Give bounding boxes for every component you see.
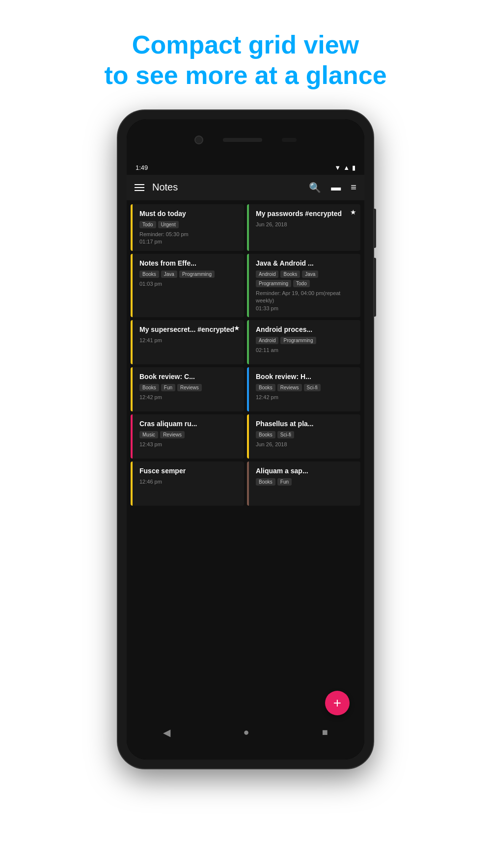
note-tags: AndroidBooksJavaProgrammingTodo [256, 271, 355, 287]
hero-section: Compact grid view to see more at a glanc… [65, 0, 426, 110]
search-icon[interactable]: 🔍 [309, 182, 321, 193]
note-card-5[interactable]: ★My supersecret... #encrypted12:41 pm [131, 320, 244, 364]
note-card-12[interactable]: Aliquam a sap...BooksFun [247, 461, 360, 506]
note-card-10[interactable]: Phasellus at pla...BooksSci-fiJun 26, 20… [247, 414, 360, 459]
app-title: Notes [152, 182, 309, 193]
note-time: 12:46 pm [139, 478, 239, 486]
note-title: Android proces... [256, 325, 355, 334]
phone-screen: 1:49 ▼ ▲ ▮ Notes 🔍 ▬ ≡ [127, 119, 364, 760]
phone-content: Must do todayTodoUrgentReminder: 05:30 p… [127, 200, 364, 760]
note-title: Notes from Effe... [139, 259, 239, 268]
note-card-9[interactable]: Cras aliquam ru...MusicReviews12:43 pm [131, 414, 244, 459]
note-title: Aliquam a sap... [256, 466, 355, 475]
app-bar: Notes 🔍 ▬ ≡ [127, 175, 364, 200]
bottom-nav: ◀ ● ■ [127, 720, 364, 745]
notes-grid: Must do todayTodoUrgentReminder: 05:30 p… [131, 204, 360, 506]
tag: Programming [256, 280, 291, 287]
note-card-3[interactable]: Notes from Effe...BooksJavaProgramming01… [131, 254, 244, 317]
tag: Programming [280, 337, 316, 344]
star-icon: ★ [350, 208, 356, 216]
note-time: Jun 26, 2018 [256, 441, 355, 448]
note-time: Jun 26, 2018 [256, 221, 355, 228]
note-time: 12:41 pm [139, 337, 239, 344]
note-time: 12:43 pm [139, 441, 239, 448]
note-card-1[interactable]: Must do todayTodoUrgentReminder: 05:30 p… [131, 204, 244, 251]
sort-icon[interactable]: ≡ [351, 182, 356, 193]
tag: Todo [139, 221, 156, 228]
status-bar: 1:49 ▼ ▲ ▮ [127, 161, 364, 175]
tag: Books [280, 271, 300, 278]
tag: Reviews [277, 384, 302, 391]
fab-button[interactable]: + [325, 691, 350, 715]
tag: Books [256, 431, 275, 438]
note-title: Book review: C... [139, 372, 239, 381]
note-time: 12:42 pm [256, 394, 355, 401]
tag: Sci-fi [277, 431, 294, 438]
sensor [282, 138, 297, 142]
note-time: 02:11 am [256, 347, 355, 354]
note-card-7[interactable]: Book review: C...BooksFunReviews12:42 pm [131, 367, 244, 411]
note-time: 12:42 pm [139, 394, 239, 401]
tag: Reviews [177, 384, 202, 391]
hero-line2: to see more at a glance [104, 61, 386, 89]
battery-icon: ▮ [352, 164, 355, 171]
note-title: My passwords #encrypted [256, 209, 355, 218]
tag: Books [256, 478, 275, 486]
bottom-bezel [127, 745, 364, 760]
tag: Urgent [158, 221, 179, 228]
note-time: Reminder: Apr 19, 04:00 pm(repeat weekly… [256, 290, 355, 312]
tag: Todo [293, 280, 310, 287]
phone-frame: 1:49 ▼ ▲ ▮ Notes 🔍 ▬ ≡ [118, 110, 373, 768]
top-bezel [127, 119, 364, 161]
note-card-11[interactable]: Fusce semper12:46 pm [131, 461, 244, 506]
status-time: 1:49 [136, 164, 148, 171]
note-title: Must do today [139, 209, 239, 218]
note-card-2[interactable]: ★My passwords #encryptedJun 26, 2018 [247, 204, 360, 251]
note-card-6[interactable]: Android proces...AndroidProgramming02:11… [247, 320, 360, 364]
recent-button[interactable]: ■ [322, 727, 328, 738]
note-title: My supersecret... #encrypted [139, 325, 239, 334]
tag: Android [256, 337, 278, 344]
home-button[interactable]: ● [243, 727, 249, 738]
tag: Books [139, 384, 159, 391]
note-tags: BooksFunReviews [139, 384, 239, 391]
signal-icon: ▲ [343, 164, 350, 171]
tag: Books [139, 271, 159, 278]
note-title: Book review: H... [256, 372, 355, 381]
speaker [223, 138, 262, 142]
menu-icon[interactable] [135, 184, 144, 191]
notes-container[interactable]: Must do todayTodoUrgentReminder: 05:30 p… [127, 200, 364, 720]
note-tags: BooksSci-fi [256, 431, 355, 438]
wifi-icon: ▼ [334, 164, 341, 171]
note-title: Fusce semper [139, 466, 239, 475]
tag: Fun [277, 478, 292, 486]
note-tags: MusicReviews [139, 431, 239, 438]
note-title: Java & Android ... [256, 259, 355, 268]
tag: Music [139, 431, 158, 438]
back-button[interactable]: ◀ [163, 727, 170, 738]
fab-icon: + [333, 695, 341, 711]
tag: Books [256, 384, 275, 391]
tag: Sci-fi [304, 384, 321, 391]
view-icon[interactable]: ▬ [331, 182, 341, 193]
camera [194, 136, 203, 144]
note-card-8[interactable]: Book review: H...BooksReviewsSci-fi12:42… [247, 367, 360, 411]
tag: Android [256, 271, 278, 278]
note-time: 01:03 pm [139, 280, 239, 288]
note-time: Reminder: 05:30 pm01:17 pm [139, 231, 239, 246]
hero-line1: Compact grid view [132, 30, 359, 59]
note-tags: BooksFun [256, 478, 355, 486]
note-tags: BooksReviewsSci-fi [256, 384, 355, 391]
star-icon: ★ [234, 324, 240, 332]
status-icons: ▼ ▲ ▮ [334, 164, 355, 171]
note-title: Cras aliquam ru... [139, 419, 239, 428]
note-card-4[interactable]: Java & Android ...AndroidBooksJavaProgra… [247, 254, 360, 317]
tag: Java [302, 271, 318, 278]
note-tags: BooksJavaProgramming [139, 271, 239, 278]
note-tags: AndroidProgramming [256, 337, 355, 344]
note-title: Phasellus at pla... [256, 419, 355, 428]
note-tags: TodoUrgent [139, 221, 239, 228]
tag: Java [161, 271, 177, 278]
tag: Programming [179, 271, 215, 278]
tag: Fun [161, 384, 175, 391]
